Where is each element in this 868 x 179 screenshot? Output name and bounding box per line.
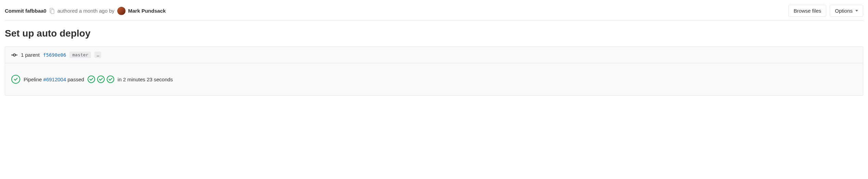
authored-text: authored a month ago by	[57, 8, 115, 14]
pipeline-status-icon[interactable]	[11, 75, 20, 84]
branch-tag[interactable]: master	[69, 52, 91, 58]
commit-header: Commit fafbbaa0 authored a month ago by …	[5, 5, 863, 17]
pipeline-stage-icon[interactable]	[88, 75, 95, 83]
browse-files-label: Browse files	[793, 8, 821, 14]
parents-section: 1 parent f5690e06 master …	[5, 47, 863, 63]
chevron-down-icon	[855, 10, 858, 12]
browse-files-button[interactable]: Browse files	[788, 5, 826, 17]
check-icon	[99, 77, 103, 81]
copy-sha-icon[interactable]	[49, 8, 55, 14]
pipeline-label: Pipeline	[24, 77, 42, 82]
commit-id-label: Commit fafbbaa0	[5, 8, 47, 14]
commit-header-left: Commit fafbbaa0 authored a month ago by …	[5, 7, 166, 15]
avatar[interactable]	[117, 7, 126, 15]
pipeline-stage-icon[interactable]	[107, 75, 114, 83]
author-name[interactable]: Mark Pundsack	[128, 8, 166, 14]
pipeline-stages	[88, 75, 114, 83]
options-button[interactable]: Options	[830, 5, 863, 17]
svg-point-3	[13, 54, 15, 56]
options-label: Options	[835, 8, 853, 14]
authored-time: a month ago	[79, 8, 107, 14]
pipeline-duration: in 2 minutes 23 seconds	[118, 77, 173, 82]
commit-sha: fafbbaa0	[25, 8, 47, 14]
duration-value: 2 minutes 23 seconds	[123, 77, 173, 82]
check-icon	[89, 77, 93, 81]
check-icon	[14, 77, 17, 81]
duration-prefix: in	[118, 77, 122, 82]
pipeline-section: Pipeline #6912004 passed in 2 minutes 23…	[5, 63, 863, 95]
parent-count: 1 parent	[21, 52, 40, 58]
commit-title: Set up auto deploy	[5, 28, 863, 39]
pipeline-id-link[interactable]: #6912004	[43, 77, 66, 82]
pipeline-text: Pipeline #6912004 passed	[24, 77, 84, 82]
pipeline-stage-icon[interactable]	[97, 75, 105, 83]
svg-rect-1	[51, 10, 54, 14]
authored-by: by	[109, 8, 115, 14]
commit-panel: 1 parent f5690e06 master … Pipeline #691…	[5, 46, 863, 96]
divider	[5, 20, 863, 20]
authored-prefix: authored	[57, 8, 78, 14]
more-refs-button[interactable]: …	[94, 52, 101, 58]
commit-header-right: Browse files Options	[788, 5, 863, 17]
commit-prefix: Commit	[5, 8, 24, 14]
commit-graph-icon	[11, 53, 17, 57]
pipeline-status-text: passed	[67, 77, 84, 82]
parent-sha-link[interactable]: f5690e06	[43, 52, 66, 58]
check-icon	[108, 77, 112, 81]
